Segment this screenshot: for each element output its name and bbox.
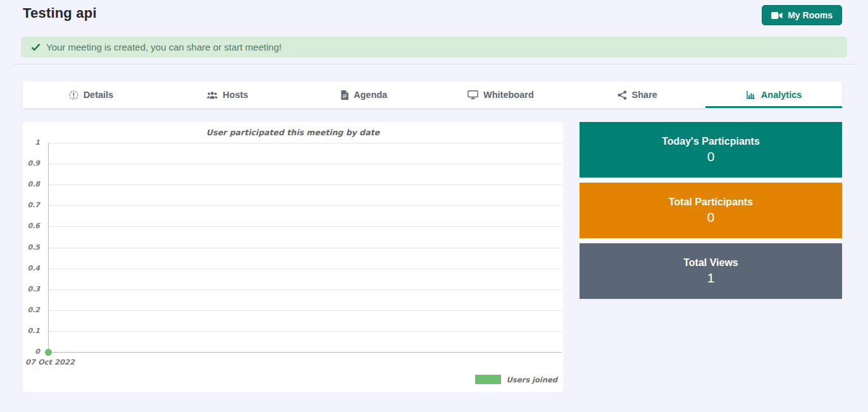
share-icon: [617, 90, 627, 100]
my-rooms-button[interactable]: My Rooms: [762, 5, 842, 25]
monitor-icon: [468, 90, 478, 99]
stats-cards: Today's Particpiants0Total Participants0…: [580, 122, 842, 299]
tab-label: Details: [84, 90, 114, 100]
tab-agenda[interactable]: Agenda: [296, 82, 433, 108]
y-tick-label: 0.5: [28, 243, 40, 251]
stat-card-label: Today's Particpiants: [662, 136, 760, 147]
gridline: [49, 289, 562, 290]
gridline: [49, 226, 562, 227]
gridline: [49, 248, 562, 248]
data-point-dot: [45, 349, 52, 356]
page-title: Testing api: [23, 5, 97, 21]
chart-title: User participated this meeting by date: [23, 122, 563, 137]
y-tick-label: 0.2: [28, 306, 40, 314]
page-header: Testing api My Rooms: [0, 0, 868, 30]
stat-card-value: 0: [707, 210, 715, 225]
gridline: [49, 164, 562, 164]
gridline: [49, 143, 562, 143]
legend-swatch: [475, 375, 501, 384]
users-icon: [207, 91, 218, 99]
gridline: [49, 310, 562, 311]
gridline: [49, 185, 562, 185]
tab-label: Whiteboard: [483, 90, 534, 100]
gridline: [49, 205, 562, 206]
main-content: User participated this meeting by date 1…: [23, 122, 842, 392]
y-tick-label: 0.9: [28, 159, 40, 167]
y-tick-label: 0.8: [28, 180, 40, 188]
stat-card-total-participants: Total Participants0: [580, 183, 842, 238]
success-alert-message: Your meeting is created, you can share o…: [46, 42, 282, 52]
video-icon: [771, 11, 783, 20]
file-icon: [341, 90, 349, 100]
tab-label: Agenda: [354, 90, 387, 100]
plot-area: [48, 143, 562, 352]
tab-label: Hosts: [223, 90, 248, 100]
chart-panel: User participated this meeting by date 1…: [23, 122, 563, 392]
legend-label: Users joined: [506, 375, 557, 384]
tab-details[interactable]: Details: [23, 82, 159, 108]
stat-card-total-views: Total Views1: [580, 243, 842, 299]
chart-legend: Users joined: [475, 375, 557, 384]
y-axis-ticks: 10.90.80.70.60.50.40.30.20.10: [23, 143, 44, 352]
tab-whiteboard[interactable]: Whiteboard: [432, 82, 569, 108]
y-tick-label: 1: [35, 138, 40, 147]
stat-card-label: Total Participants: [669, 197, 753, 208]
stat-card-value: 0: [707, 149, 715, 164]
gridline: [49, 269, 562, 269]
stat-card-value: 1: [707, 270, 715, 286]
tab-bar: DetailsHostsAgendaWhiteboardShareAnalyti…: [23, 82, 842, 108]
tab-label: Analytics: [761, 90, 802, 100]
y-tick-label: 0: [35, 348, 40, 356]
stat-card-today-s-particpiants: Today's Particpiants0: [580, 122, 842, 178]
gridline: [49, 331, 562, 332]
tab-label: Share: [632, 90, 657, 100]
gridline: [49, 352, 562, 353]
tab-share[interactable]: Share: [569, 82, 705, 108]
y-tick-label: 0.7: [28, 202, 40, 210]
y-tick-label: 0.6: [28, 222, 40, 231]
chart-icon: [746, 90, 756, 100]
stat-card-label: Total Views: [683, 257, 738, 269]
x-axis-label: 07 Oct 2022: [25, 358, 75, 367]
y-tick-label: 0.3: [28, 285, 40, 293]
my-rooms-button-label: My Rooms: [788, 10, 833, 20]
y-tick-label: 0.1: [28, 327, 40, 335]
info-icon: [69, 90, 78, 100]
success-alert: Your meeting is created, you can share o…: [21, 37, 847, 58]
tab-hosts[interactable]: Hosts: [159, 82, 296, 108]
divider: [13, 64, 855, 64]
check-icon: [31, 42, 40, 52]
tab-analytics[interactable]: Analytics: [705, 82, 842, 108]
y-tick-label: 0.4: [28, 264, 40, 272]
